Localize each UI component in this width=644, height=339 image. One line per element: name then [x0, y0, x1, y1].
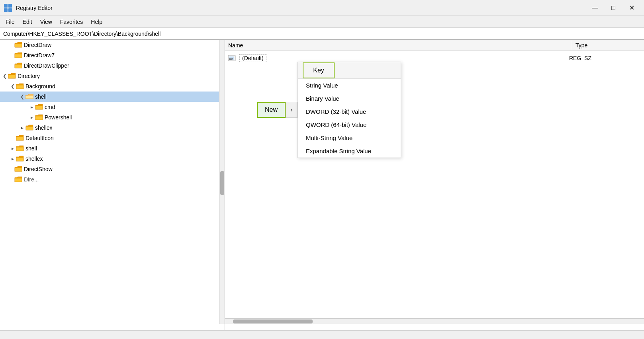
tree-item-directdraw[interactable]: DirectDraw [0, 40, 225, 50]
tree-item-directory[interactable]: ❮ Directory [0, 71, 225, 81]
folder-icon-shell2 [16, 145, 24, 152]
submenu-key-row: Key [298, 62, 401, 79]
right-panel-header: Name Type [225, 40, 644, 51]
menu-item-qword-value[interactable]: QWORD (64-bit) Value [298, 118, 401, 131]
menu-help[interactable]: Help [87, 17, 106, 27]
label-defaulticon: DefaultIcon [25, 135, 54, 141]
folder-icon-directdraw7 [14, 52, 22, 58]
menu-item-dword-value[interactable]: DWORD (32-bit) Value [298, 105, 401, 118]
svg-rect-0 [4, 4, 8, 8]
label-shellex-bg: shellex [35, 125, 53, 131]
label-directory: Directory [18, 73, 40, 79]
label-background: Background [25, 83, 55, 90]
expander-directdraw7 [8, 52, 14, 58]
label-directdraw7: DirectDraw7 [24, 52, 55, 58]
key-button[interactable]: Key [303, 62, 335, 78]
menu-bar: File Edit View Favorites Help [0, 16, 644, 28]
menu-edit[interactable]: Edit [19, 17, 36, 27]
tree-item-directshow[interactable]: DirectShow [0, 164, 225, 174]
address-bar: Computer\HKEY_CLASSES_ROOT\Directory\Bac… [0, 28, 644, 40]
menu-item-string-value[interactable]: String Value [298, 79, 401, 92]
tree-item-shellex-bg[interactable]: ► shellex [0, 123, 225, 133]
label-powershell: Powershell [45, 114, 72, 121]
label-directdrawclipper: DirectDrawClipper [24, 62, 69, 69]
app-icon [3, 3, 13, 13]
folder-icon-powershell [35, 114, 43, 121]
key-label: Key [313, 67, 324, 74]
label-more: Dire... [24, 176, 39, 183]
column-type: Type [572, 41, 644, 50]
folder-icon-directdraw [14, 42, 22, 48]
label-directdraw: DirectDraw [24, 42, 51, 48]
window-controls: — □ ✕ [586, 2, 641, 14]
folder-icon-directshow [14, 166, 22, 172]
svg-rect-1 [8, 4, 12, 8]
new-button[interactable]: New [257, 102, 286, 118]
folder-icon-shell [25, 94, 33, 100]
expander-directshow [8, 166, 14, 172]
label-cmd: cmd [45, 104, 55, 110]
right-scrollbar[interactable] [225, 318, 644, 324]
menu-item-binary-value[interactable]: Binary Value [298, 92, 401, 105]
status-bar [0, 330, 644, 339]
menu-view[interactable]: View [36, 17, 56, 27]
menu-file[interactable]: File [2, 17, 19, 27]
label-shell2: shell [25, 145, 37, 152]
reg-icon-default: ab [228, 54, 238, 62]
reg-name-default: (Default) [239, 55, 569, 61]
menu-item-multistring-value[interactable]: Multi-String Value [298, 131, 401, 144]
new-submenu: Key String Value Binary Value DWORD (32-… [298, 62, 401, 158]
expander-defaulticon [10, 135, 16, 141]
tree-item-shellex2[interactable]: ► shellex [0, 154, 225, 164]
folder-icon-directdrawclipper [14, 62, 22, 69]
tree-item-powershell[interactable]: ► Powershell [0, 112, 225, 123]
label-shell: shell [35, 94, 47, 100]
maximize-button[interactable]: □ [604, 2, 622, 14]
expander-cmd: ► [29, 104, 35, 110]
folder-icon-background [16, 83, 24, 90]
folder-icon-defaulticon [16, 135, 24, 141]
expander-directdrawclipper [8, 62, 14, 69]
tree-item-shell[interactable]: ❮ shell [0, 92, 225, 102]
folder-icon-shellex2 [16, 156, 24, 162]
tree-scrollbar[interactable] [219, 40, 225, 324]
tree-item-more[interactable]: Dire... [0, 174, 225, 185]
window-title: Registry Editor [16, 5, 586, 11]
menu-favorites[interactable]: Favorites [56, 17, 87, 27]
tree-item-cmd[interactable]: ► cmd [0, 102, 225, 112]
expander-shellex2: ► [10, 156, 16, 162]
main-content: DirectDraw DirectDraw7 DirectDrawClipper… [0, 40, 644, 330]
folder-icon-more [14, 176, 22, 183]
column-name: Name [225, 41, 572, 50]
close-button[interactable]: ✕ [622, 2, 641, 14]
folder-icon-shellex-bg [25, 125, 33, 131]
svg-text:ab: ab [229, 57, 233, 60]
folder-icon-directory [8, 73, 16, 79]
expander-directory: ❮ [2, 73, 8, 79]
submenu-arrow[interactable]: › [286, 102, 298, 118]
expander-more [8, 176, 14, 183]
expander-directdraw [8, 42, 14, 48]
new-menu-row: New › Key String Value Binary Value DW [257, 62, 401, 158]
label-shellex2: shellex [25, 156, 43, 162]
expander-shellex-bg: ► [19, 125, 25, 131]
menu-item-expandable-value[interactable]: Expandable String Value [298, 144, 401, 158]
expander-shell2: ► [10, 145, 16, 152]
tree-item-shell2[interactable]: ► shell [0, 143, 225, 154]
expander-background: ❮ [10, 83, 16, 90]
address-path: Computer\HKEY_CLASSES_ROOT\Directory\Bac… [3, 31, 161, 37]
tree-item-directdrawclipper[interactable]: DirectDrawClipper [0, 60, 225, 71]
tree-item-directdraw7[interactable]: DirectDraw7 [0, 50, 225, 60]
expander-shell: ❮ [19, 94, 25, 100]
right-panel: Name Type ab (Default) REG_SZ [225, 40, 644, 330]
minimize-button[interactable]: — [586, 2, 604, 14]
tree-panel: DirectDraw DirectDraw7 DirectDrawClipper… [0, 40, 225, 330]
tree-item-defaulticon[interactable]: DefaultIcon [0, 133, 225, 143]
expander-powershell: ► [29, 114, 35, 121]
tree-item-background[interactable]: ❮ Background [0, 81, 225, 92]
svg-rect-3 [8, 8, 12, 12]
context-menu-overlay: New › Key String Value Binary Value DW [257, 62, 401, 158]
title-bar: Registry Editor — □ ✕ [0, 0, 644, 16]
svg-rect-2 [4, 8, 8, 12]
new-label: New [265, 106, 278, 113]
